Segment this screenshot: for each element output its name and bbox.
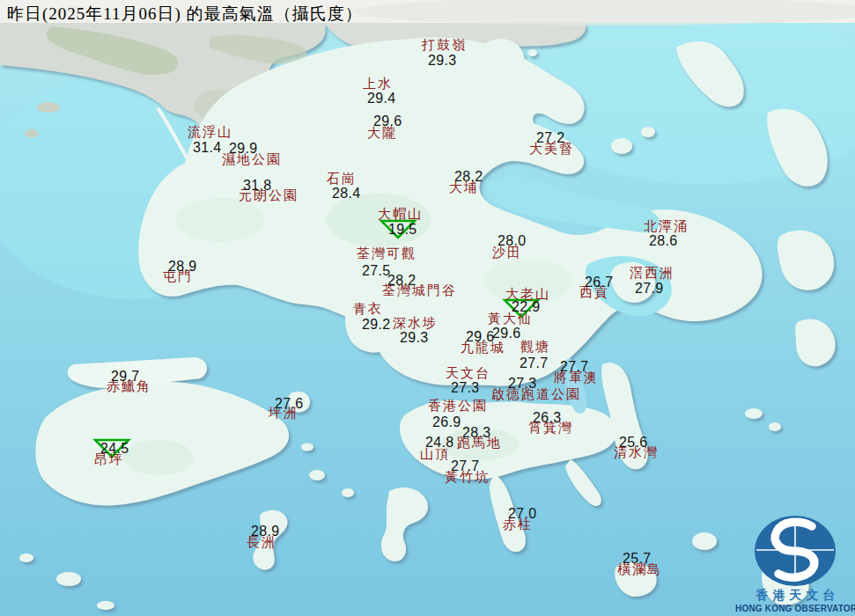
station-max-temperature: 22.9 — [512, 300, 540, 314]
station-max-temperature: 27.5 — [362, 264, 390, 278]
hko-logo-title-zh: 香港天文台 — [743, 588, 852, 604]
station-max-temperature: 27.3 — [451, 381, 479, 395]
station-max-temperature: 24.8 — [425, 436, 453, 450]
station-name: 大隴 — [367, 127, 397, 140]
station-max-temperature: 28.4 — [332, 187, 360, 201]
station-name: 香港公園 — [428, 400, 488, 413]
station-name: 沙田 — [492, 246, 522, 260]
hko-logo-icon — [744, 510, 850, 594]
station-max-temperature: 28.0 — [498, 234, 526, 248]
station-name: 流浮山 — [188, 126, 232, 139]
station-max-temperature: 25.7 — [623, 552, 651, 566]
station-max-temperature: 31.8 — [243, 179, 271, 193]
station-name: 天文台 — [446, 367, 490, 380]
station-max-temperature: 29.6 — [466, 330, 494, 344]
station-max-temperature: 29.3 — [428, 54, 456, 68]
station-max-temperature: 28.3 — [462, 426, 490, 440]
station-max-temperature: 29.2 — [362, 318, 390, 332]
station-name: 大帽山 — [378, 208, 423, 221]
station-max-temperature: 26.9 — [432, 415, 461, 429]
station-max-temperature: 24.5 — [100, 442, 129, 456]
station-max-temperature: 25.6 — [619, 436, 647, 450]
station-max-temperature: 27.7 — [560, 360, 588, 374]
station-max-temperature: 29.4 — [367, 92, 395, 106]
station-max-temperature: 29.6 — [492, 326, 520, 341]
station-name: 上水 — [363, 77, 393, 91]
station-max-temperature: 27.3 — [508, 377, 536, 391]
station-max-temperature: 29.3 — [400, 331, 428, 345]
station-max-temperature: 28.9 — [168, 260, 196, 274]
station-name: 深水埗 — [393, 317, 438, 330]
station-name: 北潭涌 — [644, 220, 689, 233]
station-max-temperature: 27.2 — [536, 131, 564, 145]
station-max-temperature: 27.7 — [520, 356, 548, 370]
map-title: 昨日(2025年11月06日) 的最高氣溫（攝氏度） — [7, 3, 363, 26]
station-name: 滘西洲 — [630, 267, 674, 280]
station-max-temperature: 31.4 — [193, 141, 221, 155]
station-name: 黃大仙 — [488, 312, 533, 326]
station-max-temperature: 28.9 — [251, 524, 279, 539]
station-name: 石崗 — [327, 172, 357, 186]
station-name: 打鼓嶺 — [422, 39, 467, 52]
station-max-temperature: 29.6 — [373, 114, 402, 128]
station-name: 觀塘 — [520, 341, 550, 354]
station-max-temperature: 26.7 — [585, 275, 613, 290]
station-max-temperature: 19.5 — [388, 223, 416, 237]
station-max-temperature: 27.7 — [451, 459, 479, 473]
station-max-temperature: 26.3 — [533, 411, 561, 425]
station-labels-layer: 打鼓嶺29.3上水29.4大隴29.6流浮山31.4濕地公園29.9大美督27.… — [0, 0, 855, 616]
hko-logo-title-en: HONG KONG OBSERVATORY — [735, 604, 855, 613]
station-max-temperature: 27.9 — [635, 282, 663, 296]
station-max-temperature: 28.2 — [454, 170, 483, 184]
station-max-temperature: 27.0 — [508, 507, 536, 521]
station-max-temperature: 29.7 — [111, 370, 139, 384]
station-name: 青衣 — [353, 303, 383, 316]
station-max-temperature: 28.6 — [649, 234, 677, 248]
weather-map-canvas: 昨日(2025年11月06日) 的最高氣溫（攝氏度） 打鼓嶺29.3上水29.4… — [0, 0, 855, 616]
station-max-temperature: 28.2 — [387, 274, 416, 288]
station-name: 山頂 — [420, 448, 450, 461]
station-max-temperature: 27.6 — [275, 397, 303, 411]
station-max-temperature: 29.9 — [229, 142, 257, 156]
station-name: 荃灣可觀 — [357, 247, 416, 260]
